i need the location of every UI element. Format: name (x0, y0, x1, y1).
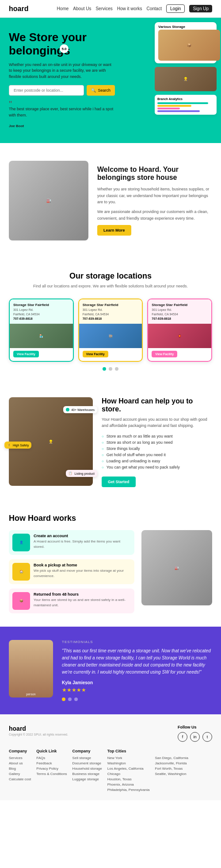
footer-blog-link[interactable]: Blog (9, 767, 31, 771)
testimonial-section: person TESTIMONIALS "This was our first … (0, 627, 221, 714)
footer-chicago-link[interactable]: Chicago (107, 772, 150, 776)
hero-cards: Various Storage 📦 👷 Branch Analytics (155, 22, 217, 115)
storage-card-1-image: 🏪 (10, 324, 73, 348)
footer-fortworth-link[interactable]: Fort Worth, Texas (155, 767, 188, 771)
works-step-3-image: 📦 (12, 592, 30, 610)
works-step-2: 🏠 Book a pickup at home We pick up stuff… (9, 559, 134, 584)
hero-warehouse-image: 📦 (158, 30, 220, 61)
footer-phoenix-link[interactable]: Phoenix, Arizona (107, 783, 150, 787)
storage-card-2: Storage Star Fairfield 301 Lopez Rd.Fair… (78, 298, 143, 362)
footer-gallery-link[interactable]: Gallery (9, 772, 31, 776)
view-facility-1-button[interactable]: View Facility (13, 351, 39, 357)
footer-business-link[interactable]: Business storage (72, 772, 102, 776)
carousel-dots (9, 367, 212, 371)
footer-about-link[interactable]: About us (9, 761, 31, 765)
hero-subtext: Whether you need an on-site unit in your… (9, 62, 115, 80)
testimonial-dots (62, 698, 212, 701)
footer: hoard Copyright © 2022 SPUI. all rights … (0, 714, 221, 800)
footer-philly-link[interactable]: Philadelphia, Pennsylvania (107, 788, 150, 792)
testimonial-content: TESTIMONIALS "This was our first time ev… (62, 640, 212, 701)
search-input[interactable] (9, 85, 84, 96)
footer-houston-link[interactable]: Houston, Texas (107, 777, 150, 781)
footer-terms-link[interactable]: Terms & Conditions (36, 772, 67, 776)
hero-quote: " The best storage place ever, best serv… (9, 102, 115, 129)
testimonial-name: Kyla Jamieson (62, 680, 212, 685)
storage-card-1: Storage Star Fairfield 301 Lopez Rd.Fair… (9, 298, 74, 362)
footer-la-link[interactable]: Los Angeles, California (107, 767, 150, 771)
nav-services[interactable]: Services (95, 6, 112, 11)
footer-faq-link[interactable]: FAQs (36, 756, 67, 760)
footer-document-link[interactable]: Document storage (72, 761, 102, 765)
welcome-para1: Whether you are storing household items,… (97, 186, 212, 205)
help-list: Store as much or as little as you want S… (102, 433, 212, 470)
twitter-icon[interactable]: t (202, 732, 212, 742)
storage-cards-container: Storage Star Fairfield 301 Lopez Rd.Fair… (9, 298, 212, 362)
works-step-1: 👤 Create an account A Hoard account is f… (9, 530, 134, 555)
testimonial-dot-3[interactable] (74, 698, 78, 701)
dot-1[interactable] (103, 367, 106, 371)
dot-3[interactable] (115, 367, 118, 371)
footer-privacy-link[interactable]: Privacy Policy (36, 767, 67, 771)
footer-top: hoard Copyright © 2022 SPUI. all rights … (9, 725, 212, 742)
signup-button[interactable]: Sign Up (189, 5, 212, 12)
welcome-section: 🏭 Welcome to Hoard. Your belongings stor… (0, 143, 221, 258)
footer-feedback-link[interactable]: Feedback (36, 761, 67, 765)
help-list-item-1: Store as much or as little as you want (102, 433, 212, 439)
nav-contact[interactable]: Contact (146, 6, 161, 11)
nav-howitworks[interactable]: How it works (117, 6, 142, 11)
get-started-button[interactable]: Get Started (102, 477, 136, 487)
footer-col-topcities: Top Cities New York Washington Los Angel… (107, 749, 150, 793)
works-step-3: 📦 Returned from 48 hours Your items are … (9, 589, 134, 613)
footer-columns: Company Services About us Blog Gallery C… (9, 749, 212, 793)
footer-sell-link[interactable]: Sell storage (72, 756, 102, 760)
testimonial-stars: ★★★★★ (62, 687, 212, 693)
works-steps: 👤 Create an account A Hoard account is f… (9, 530, 134, 613)
footer-luggage-link[interactable]: Luggage storage (72, 777, 102, 781)
works-section: How Hoard works 👤 Create an account A Ho… (0, 500, 221, 627)
footer-calculate-link[interactable]: Calculate cost (9, 777, 31, 781)
hero-section: We Store your belongings Whether you nee… (0, 18, 221, 143)
footer-sandiego-link[interactable]: San Diego, California (155, 756, 188, 760)
testimonial-dot-2[interactable] (68, 698, 72, 701)
footer-col-topcities2: San Diego, California Jacksonville, Flor… (155, 749, 188, 793)
footer-services-link[interactable]: Services (9, 756, 31, 760)
works-content: 👤 Create an account A Hoard account is f… (9, 530, 212, 613)
nav-about[interactable]: About Us (73, 6, 91, 11)
search-button[interactable]: 🔍 Search (87, 85, 115, 96)
nav-logo: hoard (9, 5, 28, 13)
view-facility-2-button[interactable]: View Facility (83, 351, 108, 357)
analytics-card: Branch Analytics (155, 95, 217, 115)
help-section: 👷 40+ Warehouses ⚠️ High Safety 📋 Listin… (0, 384, 221, 500)
learn-more-button[interactable]: Learn More (97, 225, 131, 236)
welcome-text: Welcome to Hoard. Your belongings store … (97, 166, 212, 236)
footer-household-link[interactable]: Household storage (72, 767, 102, 771)
storage-card-3-addr: 301 Lopez Rd.Fairfield, CA 94534 (152, 308, 208, 317)
social-icons: f in t (178, 732, 212, 742)
storage-section: Our storage locations Find all our locat… (0, 258, 221, 384)
footer-seattle-link[interactable]: Seattle, Washington (155, 772, 188, 776)
testimonial-dot-1[interactable] (62, 698, 65, 701)
storage-card-1-header: Storage Star Fairfield 301 Lopez Rd.Fair… (10, 299, 73, 324)
login-button[interactable]: Login (166, 4, 185, 13)
footer-follow: Follow Us f in t (178, 725, 212, 742)
help-badge-warehouses: 40+ Warehouses (63, 406, 97, 413)
help-list-item-4: Get hold of stuff when you need it (102, 452, 212, 458)
analytics-bars (157, 102, 214, 112)
footer-washington-link[interactable]: Washington (107, 761, 150, 765)
nav-home[interactable]: Home (57, 6, 69, 11)
facebook-icon[interactable]: f (178, 732, 187, 742)
storage-card-3-image: 🏮 (148, 324, 211, 348)
works-step-2-text: Book a pickup at home We pick up stuff a… (34, 563, 131, 578)
help-list-item-3: Store things locally (102, 446, 212, 452)
footer-newyork-link[interactable]: New York (107, 756, 150, 760)
footer-jacksonville-link[interactable]: Jacksonville, Florida (155, 761, 188, 765)
nav-links: Home About Us Services How it works Cont… (57, 4, 212, 13)
storage-card-2-image: 🏬 (79, 324, 142, 348)
help-images: 👷 40+ Warehouses ⚠️ High Safety 📋 Listin… (9, 397, 93, 486)
view-facility-3-button[interactable]: View Facility (152, 351, 177, 357)
linkedin-icon[interactable]: in (190, 732, 200, 742)
works-heading: How Hoard works (9, 514, 212, 523)
quote-mark: " (9, 102, 115, 106)
warehouse-person-icon: 🏭 (46, 198, 51, 203)
dot-2[interactable] (109, 367, 112, 371)
